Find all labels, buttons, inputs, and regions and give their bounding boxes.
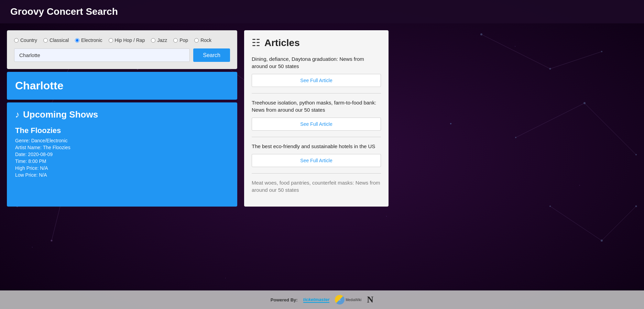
genre-hiphop[interactable]: Hip Hop / Rap (109, 37, 145, 43)
search-box: Country Classical Electronic Hip Ho (7, 30, 237, 69)
radio-classical[interactable] (43, 38, 48, 43)
genre-rock-label: Rock (200, 37, 211, 43)
app-title: Groovy Concert Search (10, 6, 634, 17)
genre-classical[interactable]: Classical (43, 37, 69, 43)
ticketmaster-logo: ticketmaster (303, 297, 330, 303)
article-headline-0: Dining, defiance, Daytona graduation: Ne… (252, 55, 381, 70)
shows-title: Upcoming Shows (23, 109, 98, 120)
article-item-1: Treehouse isolation, python masks, farm-… (252, 99, 381, 131)
genre-electronic[interactable]: Electronic (75, 37, 102, 43)
show-artist-label: Artist Name: The Floozies (15, 145, 229, 150)
genre-hiphop-label: Hip Hop / Rap (115, 37, 145, 43)
left-panel: Country Classical Electronic Hip Ho (7, 30, 237, 207)
powered-by-label: Powered By: (271, 297, 298, 302)
mediawiki-badge: ☼ MediaWiki (335, 295, 361, 305)
radio-jazz[interactable] (151, 38, 155, 43)
radio-country[interactable] (14, 38, 19, 43)
article-headline-1: Treehouse isolation, python masks, farm-… (252, 99, 381, 113)
music-icon: ♪ (15, 109, 20, 120)
radio-hiphop[interactable] (109, 38, 113, 43)
articles-panel: ☷ Articles Dining, defiance, Daytona gra… (244, 30, 389, 207)
genre-classical-label: Classical (50, 37, 69, 43)
genre-country[interactable]: Country (14, 37, 37, 43)
article-item-3: Meat woes, food pantries, counterfeit ma… (252, 179, 381, 194)
radio-electronic[interactable] (75, 38, 79, 43)
genre-pop[interactable]: Pop (173, 37, 188, 43)
shows-panel: ♪ Upcoming Shows The Floozies Genre: Dan… (7, 102, 237, 207)
radio-pop[interactable] (173, 38, 178, 43)
genre-jazz[interactable]: Jazz (151, 37, 167, 43)
mediawiki-icon: ☼ (335, 295, 345, 305)
articles-title: Articles (264, 37, 300, 48)
search-button[interactable]: Search (193, 48, 230, 62)
main-container: Country Classical Electronic Hip Ho (0, 23, 644, 213)
genre-rock[interactable]: Rock (194, 37, 211, 43)
footer: Powered By: ticketmaster ☼ MediaWiki N (0, 290, 644, 309)
show-high-price: High Price: N/A (15, 165, 229, 171)
city-banner: Charlotte (7, 72, 237, 100)
show-artist-name: The Floozies (15, 126, 229, 135)
genre-electronic-label: Electronic (81, 37, 102, 43)
show-genre: Genre: Dance/Electronic (15, 138, 229, 143)
search-input[interactable] (14, 48, 190, 62)
genre-jazz-label: Jazz (157, 37, 167, 43)
radio-rock[interactable] (194, 38, 199, 43)
show-item-0: The Floozies Genre: Dance/Electronic Art… (15, 126, 229, 178)
see-full-article-button-1[interactable]: See Full Article (252, 118, 381, 131)
genre-radios: Country Classical Electronic Hip Ho (14, 37, 230, 43)
show-date: Date: 2020-08-09 (15, 152, 229, 157)
article-headline-2: The best eco-friendly and sustainable ho… (252, 143, 381, 150)
article-item-0: Dining, defiance, Daytona graduation: Ne… (252, 55, 381, 87)
article-divider-1 (252, 137, 381, 137)
newsapi-logo: N (367, 295, 373, 305)
article-divider-2 (252, 173, 381, 174)
show-time: Time: 8:00 PM (15, 158, 229, 164)
articles-header: ☷ Articles (252, 37, 381, 48)
article-item-2: The best eco-friendly and sustainable ho… (252, 143, 381, 167)
genre-pop-label: Pop (179, 37, 188, 43)
app-header: Groovy Concert Search (0, 0, 644, 23)
article-divider-0 (252, 93, 381, 93)
genre-country-label: Country (20, 37, 37, 43)
see-full-article-button-0[interactable]: See Full Article (252, 74, 381, 87)
newspaper-icon: ☷ (252, 37, 260, 48)
search-row: Search (14, 48, 230, 62)
city-name: Charlotte (15, 79, 229, 92)
show-low-price: Low Price: N/A (15, 172, 229, 178)
see-full-article-button-2[interactable]: See Full Article (252, 154, 381, 167)
article-headline-3: Meat woes, food pantries, counterfeit ma… (252, 179, 381, 194)
shows-header: ♪ Upcoming Shows (15, 109, 229, 120)
mediawiki-label: MediaWiki (346, 298, 361, 302)
